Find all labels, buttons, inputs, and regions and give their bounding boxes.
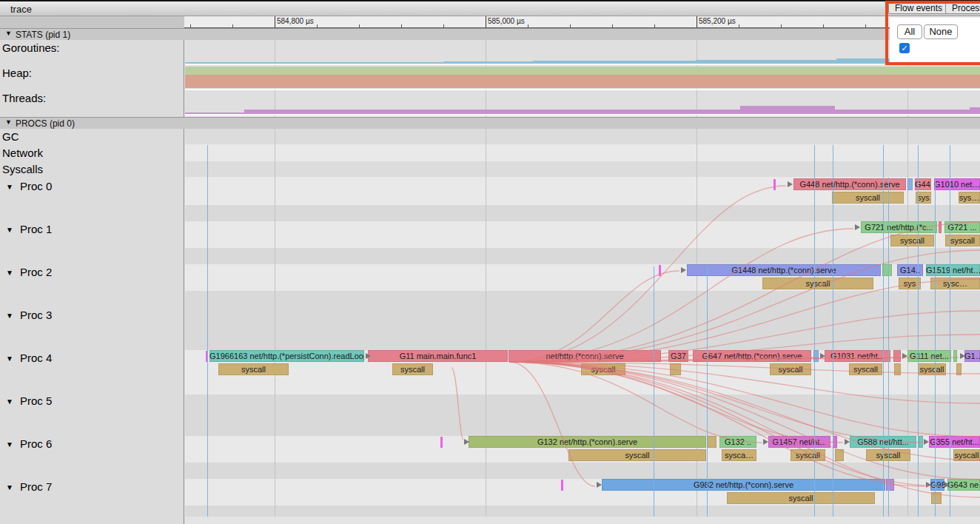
- goroutine-span[interactable]: net/http.(*conn).serve: [509, 350, 661, 362]
- instant-event-tick[interactable]: [659, 265, 661, 276]
- goroutine-span[interactable]: G11 main.main.func1: [368, 350, 508, 362]
- goroutine-span[interactable]: G1519 net/ht…: [926, 264, 980, 276]
- disclosure-triangle-icon[interactable]: ▼: [6, 440, 13, 449]
- proc-row-label[interactable]: ▼Proc 6: [6, 437, 52, 450]
- syscall-span[interactable]: syscall: [953, 449, 980, 461]
- goroutine-span[interactable]: G1010 net…: [934, 178, 980, 190]
- syscall-span[interactable]: syscall: [727, 492, 875, 504]
- ruler-minor-tick: [401, 24, 402, 27]
- goroutine-span[interactable]: G643 ne…: [947, 479, 980, 491]
- goroutine-span[interactable]: G14..: [897, 264, 923, 276]
- syscall-span[interactable]: syscall: [945, 235, 980, 246]
- proc-row-label[interactable]: ▼Proc 2: [6, 266, 52, 278]
- flow-arrival-arrow-icon: [681, 267, 686, 273]
- proc-row-label[interactable]: ▼Proc 5: [6, 394, 52, 407]
- syscall-span[interactable]: [956, 363, 961, 375]
- instant-event-tick[interactable]: [561, 480, 563, 491]
- disclosure-triangle-icon[interactable]: ▼: [6, 355, 13, 363]
- goroutine-span[interactable]: G647 net/http.(*conn).serve: [693, 350, 811, 362]
- goroutine-span[interactable]: G355 net/ht...: [929, 436, 980, 448]
- syscall-span[interactable]: sys…: [959, 192, 980, 204]
- none-button[interactable]: None: [924, 24, 958, 39]
- proc-label-text: Proc 1: [20, 223, 52, 235]
- disclosure-triangle-icon[interactable]: ▼: [6, 269, 13, 277]
- goroutine-span[interactable]: [907, 178, 913, 190]
- threads-chart: [740, 106, 835, 114]
- goroutines-chart: [444, 61, 533, 64]
- proc-row-label[interactable]: ▼Proc 3: [6, 309, 52, 321]
- syscall-span[interactable]: [931, 492, 942, 504]
- disclosure-triangle-icon[interactable]: ▼: [6, 312, 13, 320]
- instant-event-tick[interactable]: [773, 179, 776, 190]
- goroutines-chart: [696, 60, 836, 64]
- syscall-span[interactable]: syscall: [392, 363, 433, 375]
- flow-arrival-arrow-icon: [820, 353, 825, 359]
- row-band: [185, 463, 980, 479]
- proc-row-label[interactable]: ▼Proc 7: [6, 480, 52, 493]
- collapse-triangle-icon[interactable]: ▼: [5, 118, 12, 126]
- proc-row-label[interactable]: ▼Proc 1: [6, 223, 52, 235]
- heap-allocated-chart: [185, 67, 980, 75]
- instant-event-tick[interactable]: [440, 437, 443, 448]
- proc-row-label[interactable]: ▼Proc 0: [6, 180, 52, 192]
- major-gridline: [275, 28, 275, 517]
- aux-row-label-network: Network: [2, 147, 43, 159]
- syscall-span[interactable]: syscall: [770, 363, 811, 375]
- syscall-span[interactable]: syscall: [890, 235, 934, 246]
- goroutine-span[interactable]: G1031 net/ht...: [825, 350, 890, 362]
- flow-arrival-arrow-icon: [788, 181, 793, 187]
- goroutine-span[interactable]: [886, 479, 894, 491]
- goroutine-span[interactable]: [939, 221, 942, 233]
- goroutine-span[interactable]: G721 net/http.(*c...: [861, 221, 937, 233]
- disclosure-triangle-icon[interactable]: ▼: [6, 226, 13, 234]
- syscall-span[interactable]: syscall: [918, 363, 946, 375]
- tab-trace[interactable]: trace: [10, 4, 32, 15]
- goroutine-span[interactable]: [893, 350, 901, 362]
- goroutine-span[interactable]: G448 net/http.(*conn).serve: [793, 178, 906, 190]
- flow-checkbox[interactable]: ✓: [899, 43, 910, 53]
- goroutine-span[interactable]: G1966163 net/http.(*persistConn).readLoo…: [209, 350, 364, 362]
- syscall-span[interactable]: [894, 363, 901, 375]
- goroutine-span[interactable]: G132 ..: [719, 436, 756, 448]
- goroutine-span[interactable]: G37: [668, 350, 688, 362]
- row-separator: [185, 114, 980, 115]
- ruler-minor-tick: [739, 24, 739, 27]
- proc-row-label[interactable]: ▼Proc 4: [6, 352, 52, 364]
- stats-section-header[interactable]: ▼STATS (pid 1): [0, 28, 980, 40]
- syscall-span[interactable]: sysca…: [722, 449, 756, 461]
- threads-chart: [970, 107, 980, 114]
- syscall-span[interactable]: [835, 449, 844, 461]
- syscall-span[interactable]: syscall: [791, 449, 825, 461]
- goroutine-span[interactable]: G111 net...: [907, 350, 951, 362]
- syscall-span[interactable]: syscall: [849, 363, 882, 375]
- goroutine-span[interactable]: [953, 350, 957, 362]
- syscall-span[interactable]: [670, 363, 681, 375]
- syscall-span[interactable]: syscall: [581, 363, 625, 375]
- goroutine-span[interactable]: G1…: [964, 350, 980, 362]
- goroutine-span[interactable]: G1457 net/ht...: [768, 436, 830, 448]
- disclosure-triangle-icon[interactable]: ▼: [6, 397, 13, 406]
- proc-label-text: Proc 2: [20, 266, 52, 278]
- syscall-span[interactable]: syscall: [832, 192, 904, 204]
- syscall-span[interactable]: syscall: [762, 278, 873, 289]
- all-button[interactable]: All: [897, 24, 922, 39]
- process-button[interactable]: Processes: [945, 2, 980, 14]
- collapse-triangle-icon[interactable]: ▼: [5, 30, 12, 37]
- goroutine-span[interactable]: [919, 436, 923, 448]
- syscall-span[interactable]: syscall: [218, 363, 289, 375]
- goroutine-span[interactable]: G982 net/http.(*conn).serve: [602, 479, 885, 491]
- disclosure-triangle-icon[interactable]: ▼: [6, 183, 13, 191]
- trace-viewer-window: trace 584,800 µs585,000 µs585,200 µs ▼ST…: [0, 0, 980, 524]
- syscall-span[interactable]: sysc…: [930, 278, 980, 289]
- flow-events-button[interactable]: Flow events: [888, 2, 949, 14]
- goroutine-span[interactable]: G98: [930, 479, 944, 491]
- proc-label-text: Proc 7: [20, 480, 52, 493]
- row-band: [185, 205, 980, 221]
- goroutine-span[interactable]: [708, 436, 716, 448]
- goroutine-span[interactable]: G132 net/http.(*conn).serve: [469, 436, 706, 448]
- syscall-span[interactable]: syscall: [568, 449, 706, 461]
- procs-section-header[interactable]: ▼PROCS (pid 0): [0, 117, 980, 129]
- panel-divider: [184, 16, 184, 524]
- goroutine-span[interactable]: G1448 net/http.(*conn).serve: [687, 264, 881, 276]
- disclosure-triangle-icon[interactable]: ▼: [6, 483, 13, 491]
